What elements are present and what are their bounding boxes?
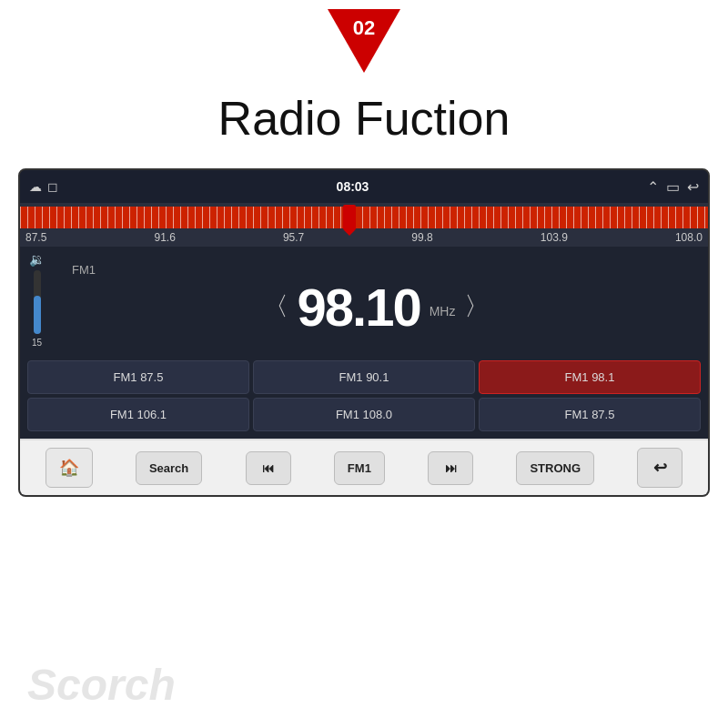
freq-unit: MHz xyxy=(430,304,456,318)
freq-label-6: 108.0 xyxy=(675,231,703,244)
status-bar: ☁ ◻ 08:03 ⌃ ▭ ↩ xyxy=(20,170,708,203)
preset-4[interactable]: FM1 106.1 xyxy=(27,398,249,431)
freq-label-1: 87.5 xyxy=(25,231,46,244)
status-right: ⌃ ▭ ↩ xyxy=(647,178,699,196)
frequency-display: FM1 〈 98.10 MHz 〉 xyxy=(54,263,699,338)
next-button[interactable]: ⏭ xyxy=(428,451,473,485)
volume-icon[interactable]: 🔉 xyxy=(29,252,45,267)
presets-grid: FM1 87.5 FM1 90.1 FM1 98.1 FM1 106.1 FM1… xyxy=(20,357,708,439)
prev-button[interactable]: ⏮ xyxy=(246,451,291,485)
ruler-indicator xyxy=(343,205,356,230)
device-screen: ☁ ◻ 08:03 ⌃ ▭ ↩ 87.5 91.6 95.7 99.8 103.… xyxy=(18,168,710,497)
step-badge: 02 xyxy=(328,9,400,73)
frequency-value: 98.10 xyxy=(298,277,420,338)
frequency-ruler[interactable]: 87.5 91.6 95.7 99.8 103.9 108.0 xyxy=(20,203,708,247)
back-nav-icon[interactable]: ↩ xyxy=(687,178,699,196)
ruler-bar xyxy=(20,207,708,228)
ruler-ticks xyxy=(20,207,708,228)
watermark: Scorch xyxy=(27,660,176,710)
preset-3-active[interactable]: FM1 98.1 xyxy=(479,360,701,394)
home-button[interactable]: 🏠 xyxy=(46,448,93,488)
sim-icon: ◻ xyxy=(47,179,58,194)
freq-label-5: 103.9 xyxy=(541,231,568,244)
home-nav-icon[interactable]: ▭ xyxy=(666,178,680,196)
band-label: FM1 xyxy=(72,263,96,277)
search-button[interactable]: Search xyxy=(136,451,202,485)
freq-labels: 87.5 91.6 95.7 99.8 103.9 108.0 xyxy=(20,228,708,247)
volume-slider[interactable] xyxy=(34,270,41,334)
badge-area: 02 xyxy=(0,0,728,73)
next-freq-button[interactable]: 〉 xyxy=(464,289,490,324)
preset-6[interactable]: FM1 87.5 xyxy=(479,398,701,431)
prev-freq-button[interactable]: 〈 xyxy=(263,289,288,324)
badge-number: 02 xyxy=(353,16,375,40)
preset-1[interactable]: FM1 87.5 xyxy=(27,360,249,394)
cloud-icon: ☁ xyxy=(29,179,42,194)
strong-button[interactable]: STRONG xyxy=(516,451,594,485)
volume-section: 🔉 15 xyxy=(29,252,45,348)
radio-main: 🔉 15 FM1 〈 98.10 MHz 〉 xyxy=(20,247,708,357)
freq-label-4: 99.8 xyxy=(411,231,432,244)
status-left: ☁ ◻ xyxy=(29,179,58,194)
freq-row: 〈 98.10 MHz 〉 xyxy=(263,277,490,338)
band-button[interactable]: FM1 xyxy=(334,451,385,485)
freq-label-2: 91.6 xyxy=(154,231,175,244)
status-time: 08:03 xyxy=(337,179,369,194)
expand-icon[interactable]: ⌃ xyxy=(647,178,659,196)
preset-5[interactable]: FM1 108.0 xyxy=(253,398,475,431)
volume-fill xyxy=(34,296,41,334)
preset-2[interactable]: FM1 90.1 xyxy=(253,360,475,394)
bottom-controls: 🏠 Search ⏮ FM1 ⏭ STRONG ↩ xyxy=(20,439,708,495)
volume-level: 15 xyxy=(32,338,42,348)
freq-label-3: 95.7 xyxy=(283,231,304,244)
back-button[interactable]: ↩ xyxy=(637,448,682,488)
page-title: Radio Fuction xyxy=(0,73,728,168)
